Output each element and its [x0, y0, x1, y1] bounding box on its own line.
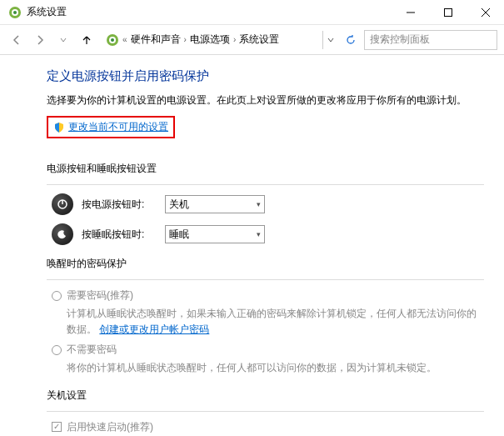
navbar: « 硬件和声音 › 电源选项 › 系统设置 搜索控制面板 — [0, 25, 504, 55]
svg-point-2 — [13, 11, 17, 14]
divider — [47, 184, 484, 185]
breadcrumb-dropdown[interactable] — [322, 31, 337, 49]
forward-button[interactable] — [30, 30, 50, 50]
titlebar: 系统设置 — [0, 0, 504, 25]
breadcrumb-item[interactable]: 硬件和声音 — [131, 33, 181, 47]
power-options-icon — [8, 6, 22, 19]
breadcrumb-item[interactable]: 电源选项 — [190, 33, 230, 47]
password-section-label: 唤醒时的密码保护 — [47, 257, 484, 271]
power-button-label: 按电源按钮时: — [82, 198, 157, 212]
up-button[interactable] — [77, 30, 97, 50]
power-icon — [52, 193, 73, 215]
history-dropdown[interactable] — [53, 30, 73, 50]
maximize-button[interactable] — [429, 0, 467, 25]
svg-point-9 — [111, 38, 114, 42]
page-title: 定义电源按钮并启用密码保护 — [47, 68, 484, 84]
sleep-button-label: 按睡眠按钮时: — [82, 228, 157, 242]
content-area: 定义电源按钮并启用密码保护 选择要为你的计算机设置的电源设置。在此页上对设置所做… — [0, 55, 504, 436]
no-password-radio[interactable]: 不需要密码 — [52, 343, 484, 357]
fast-startup-checkbox[interactable]: 启用快速启动(推荐) — [52, 420, 484, 434]
power-button-row: 按电源按钮时: 关机▾ — [47, 193, 484, 215]
divider — [47, 279, 484, 280]
no-password-desc: 将你的计算机从睡眠状态唤醒时，任何人都可以访问你的数据，因为计算机未锁定。 — [67, 360, 484, 376]
minimize-button[interactable] — [392, 0, 429, 25]
sleep-button-select[interactable]: 睡眠▾ — [165, 225, 265, 243]
divider — [47, 411, 484, 412]
shutdown-section-label: 关机设置 — [47, 388, 484, 403]
svg-rect-4 — [444, 8, 452, 16]
change-unavailable-settings-text[interactable]: 更改当前不可用的设置 — [68, 120, 168, 134]
chevron-right-icon: › — [184, 35, 187, 44]
power-button-select[interactable]: 关机▾ — [165, 195, 265, 213]
search-input[interactable]: 搜索控制面板 — [364, 30, 497, 50]
button-section-label: 电源按钮和睡眠按钮设置 — [47, 162, 484, 176]
breadcrumb[interactable]: « 硬件和声音 › 电源选项 › 系统设置 — [100, 30, 319, 50]
power-options-icon — [106, 33, 119, 47]
require-password-desc: 计算机从睡眠状态唤醒时，如果未输入正确的密码来解除计算机锁定，任何人都无法访问你… — [67, 306, 484, 338]
chevron-down-icon: ▾ — [257, 230, 261, 238]
chevron-right-icon: « — [122, 35, 127, 44]
radio-icon — [52, 345, 62, 355]
require-password-radio[interactable]: 需要密码(推荐) — [52, 288, 484, 303]
chevron-down-icon: ▾ — [257, 200, 261, 208]
radio-icon — [52, 291, 62, 301]
window-title: 系统设置 — [27, 5, 392, 19]
checkbox-icon — [52, 422, 62, 432]
chevron-right-icon: › — [233, 35, 236, 44]
back-button[interactable] — [7, 30, 27, 50]
sleep-button-row: 按睡眠按钮时: 睡眠▾ — [47, 223, 484, 245]
breadcrumb-item[interactable]: 系统设置 — [239, 33, 279, 47]
refresh-button[interactable] — [341, 30, 361, 50]
create-change-password-link[interactable]: 创建或更改用户帐户密码 — [99, 323, 209, 335]
page-description: 选择要为你的计算机设置的电源设置。在此页上对设置所做的更改将应用于你所有的电源计… — [47, 93, 484, 108]
change-unavailable-settings-link[interactable]: 更改当前不可用的设置 — [47, 116, 175, 138]
sleep-icon — [52, 223, 73, 245]
close-button[interactable] — [467, 0, 504, 25]
shield-icon — [53, 122, 65, 133]
